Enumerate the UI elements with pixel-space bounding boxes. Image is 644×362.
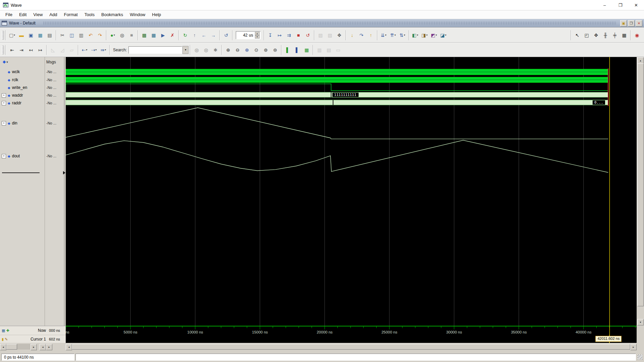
run-icon[interactable]: ↧ xyxy=(266,31,275,40)
pane-close-icon[interactable]: ✕ xyxy=(636,20,642,27)
wave-scroll-thumb[interactable] xyxy=(72,344,630,350)
break-icon[interactable]: ■ xyxy=(294,31,303,40)
collapse-timebar-icon[interactable]: ▦ xyxy=(2,328,5,332)
wave-hscrollbar[interactable]: ◄ ► xyxy=(66,343,637,352)
event-time-icon[interactable]: ▌ xyxy=(293,46,302,54)
timeline-ruler[interactable]: 0 ns5000 ns10000 ns15000 ns20000 ns25000… xyxy=(66,326,637,335)
signal-row-wclk[interactable]: ◆wclk-No ... xyxy=(0,68,64,75)
back-icon[interactable]: ← xyxy=(200,31,208,40)
waveform-canvas[interactable]: 11111111110... xyxy=(66,57,637,326)
collapse-all-icon[interactable]: ▤ xyxy=(324,46,333,54)
memory-icon[interactable]: ▧ xyxy=(326,31,334,40)
undock-icon[interactable]: ❐ xyxy=(628,20,635,27)
cursor-track[interactable]: 42011.602 ns xyxy=(66,335,637,343)
pan-mode-icon[interactable]: ✥ xyxy=(592,31,600,40)
menu-format[interactable]: Format xyxy=(60,12,81,17)
msgs-scroll-left-icon[interactable]: ◄ xyxy=(40,344,46,350)
search-previous-icon[interactable]: ◎ xyxy=(192,46,201,54)
group-icon[interactable]: ◺ xyxy=(49,46,57,54)
search-next-icon[interactable]: ◎ xyxy=(202,46,210,54)
signal-row-din[interactable]: +◆din-No ... xyxy=(0,120,64,126)
signal-row-waddr[interactable]: +◆waddr-No ... xyxy=(0,92,64,99)
previous-event-icon[interactable]: ↤ xyxy=(26,46,35,54)
wave-pane-header[interactable]: Wave - Default ▣ ❐ ✕ xyxy=(0,19,644,28)
add-log-window-icon[interactable]: ◩▾ xyxy=(430,31,438,40)
refresh-icon[interactable]: ↻ xyxy=(181,31,190,40)
signal-row-rclk[interactable]: ◆rclk-No ... xyxy=(0,76,64,83)
history-jump-icon[interactable]: ⇛▾ xyxy=(99,46,108,54)
environment-up-icon[interactable]: ↑ xyxy=(190,31,199,40)
wave-scroll-track[interactable] xyxy=(72,344,630,350)
lock-cursor-icon[interactable]: ▮ xyxy=(2,337,4,341)
add-cursor-icon[interactable]: ✚ xyxy=(6,328,9,332)
show-list-icon[interactable]: ≡ xyxy=(127,31,136,40)
zoom-select-icon[interactable]: ⊜ xyxy=(271,46,279,54)
panel-scroll-left-icon[interactable]: ◄ xyxy=(0,344,6,350)
zoom-range-icon[interactable]: ⊚ xyxy=(261,46,270,54)
run-length-field[interactable]: 42us▲▼ xyxy=(236,31,261,39)
previous-transition-icon[interactable]: ↓ xyxy=(348,31,357,40)
cursor-row[interactable]: ▮✎ Cursor 1 602 ns xyxy=(0,335,66,343)
menu-add[interactable]: Add xyxy=(46,12,60,17)
expander-icon[interactable]: + xyxy=(2,93,6,98)
dataset-icon[interactable]: ▨ xyxy=(316,31,325,40)
paste-icon[interactable]: ▥ xyxy=(77,31,86,40)
cut-icon[interactable]: ✂ xyxy=(58,31,67,40)
open-icon[interactable]: ▬ xyxy=(17,31,26,40)
zoom-out-icon[interactable]: ⊖ xyxy=(233,46,242,54)
compile-icon[interactable]: ▩ xyxy=(140,31,149,40)
search-options-icon[interactable]: ✱ xyxy=(211,46,220,54)
delta-time-icon[interactable]: ▌ xyxy=(283,46,292,54)
undo-icon[interactable]: ↶ xyxy=(86,31,95,40)
vertical-scroll-thumb[interactable] xyxy=(637,63,644,306)
scroll-down-icon[interactable]: ▼ xyxy=(637,319,644,325)
search-input[interactable] xyxy=(128,46,182,54)
compile-all-icon[interactable]: ▦ xyxy=(149,31,158,40)
menu-tools[interactable]: Tools xyxy=(81,12,98,17)
pan-icon[interactable]: ✥ xyxy=(335,31,344,40)
expand-all-icon[interactable]: ▥ xyxy=(315,46,324,54)
stop-icon[interactable]: ↺ xyxy=(304,31,312,40)
center-cursor-icon[interactable]: ↷ xyxy=(357,31,366,40)
toolbar-grip[interactable] xyxy=(2,46,4,54)
menu-edit[interactable]: Edit xyxy=(16,12,30,17)
save-icon[interactable]: ▣ xyxy=(26,31,35,40)
signal-row-write_en[interactable]: ◆write_en-No ... xyxy=(0,84,64,91)
cursor-label[interactable]: Cursor 1 xyxy=(9,337,49,342)
signal-row-dout[interactable]: +◆dout-No ... xyxy=(0,153,64,159)
menu-window[interactable]: Window xyxy=(126,12,149,17)
history-forward-icon[interactable]: ⇢▾ xyxy=(90,46,98,54)
pane-drag-handle[interactable] xyxy=(43,21,616,25)
end-simulation-icon[interactable]: ✗ xyxy=(168,31,177,40)
panel-scroll-right-icon[interactable]: ► xyxy=(31,344,37,350)
run-all-icon[interactable]: ⇉ xyxy=(285,31,293,40)
collapse-range-icon[interactable]: ▭ xyxy=(334,46,342,54)
add-list-window-icon[interactable]: ◨▾ xyxy=(420,31,429,40)
signal-filter-icon[interactable]: ◉ xyxy=(633,31,641,40)
send-to-icon[interactable]: ●▾ xyxy=(108,31,117,40)
forward-icon[interactable]: → xyxy=(209,31,218,40)
signal-row-raddr[interactable]: +◆raddr-No ... xyxy=(0,100,64,106)
menu-view[interactable]: View xyxy=(30,12,46,17)
add-wave-window-icon[interactable]: ◧▾ xyxy=(411,31,420,40)
falling-edge-icon[interactable]: ⇊▾ xyxy=(379,31,388,40)
cursor-mode-icon[interactable]: ╫ xyxy=(601,31,610,40)
next-event-icon[interactable]: ↦ xyxy=(36,46,45,54)
find-icon[interactable]: ◎ xyxy=(118,31,126,40)
minimize-button[interactable]: – xyxy=(597,0,612,10)
select-mode-icon[interactable]: ↖ xyxy=(573,31,582,40)
maximize-button[interactable]: ❐ xyxy=(612,0,628,10)
panel-scroll-thumb[interactable] xyxy=(6,344,17,350)
scroll-up-icon[interactable]: ▲ xyxy=(637,57,644,64)
rising-edge-icon[interactable]: ⇈▾ xyxy=(389,31,397,40)
close-button[interactable]: ✕ xyxy=(628,0,644,10)
jump-to-end-icon[interactable]: ⇥ xyxy=(17,46,26,54)
wave-scroll-left-icon[interactable]: ◄ xyxy=(66,344,72,350)
panel-hscrollbar[interactable]: ◄ ► ◄ ► xyxy=(0,343,66,352)
expander-icon[interactable]: + xyxy=(2,121,6,125)
redo-icon[interactable]: ↷ xyxy=(96,31,104,40)
grid-mode-icon[interactable]: ▦ xyxy=(620,31,629,40)
continue-run-icon[interactable]: ↦ xyxy=(275,31,284,40)
history-back-icon[interactable]: ⇠▾ xyxy=(80,46,89,54)
next-transition-icon[interactable]: ↑ xyxy=(367,31,375,40)
